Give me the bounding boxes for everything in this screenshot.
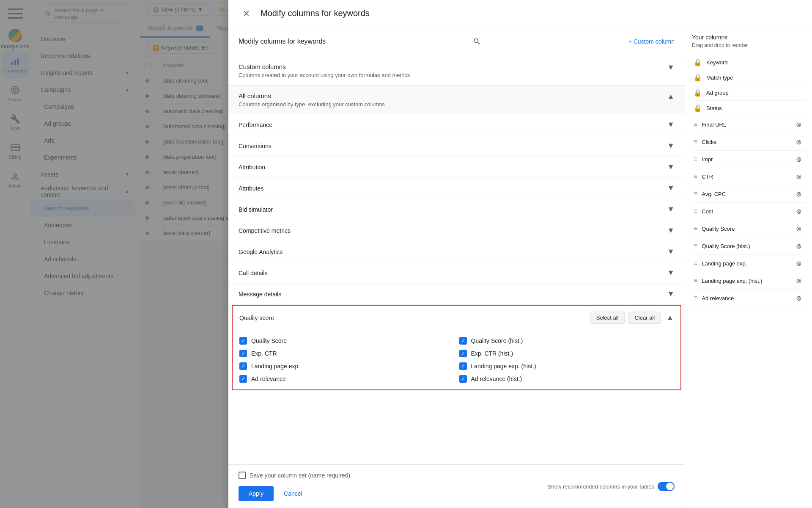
chevron-down-icon-competitive: ▼ xyxy=(667,226,675,235)
save-column-set: Save your column set (name required) xyxy=(239,472,350,479)
chevron-down-icon-message: ▼ xyxy=(667,290,675,298)
remove-clicks-button[interactable]: ⊗ xyxy=(793,137,804,147)
checkbox-exp-ctr-hist[interactable] xyxy=(459,350,467,357)
column-item-landing-page-exp[interactable]: ≡ Landing page exp. ⊗ xyxy=(692,255,805,272)
checkbox-quality-score-hist[interactable] xyxy=(459,337,467,345)
modal-left-panel: Modify columns for keywords + Custom col… xyxy=(228,27,685,508)
remove-ctr-button[interactable]: ⊗ xyxy=(793,171,804,182)
quality-option-landing-page-exp-hist[interactable]: Landing page exp. (hist.) xyxy=(459,362,674,370)
chevron-down-icon-custom: ▼ xyxy=(667,63,675,72)
column-item-clicks[interactable]: ≡ Clicks ⊗ xyxy=(692,133,805,151)
quality-score-option-label: Quality Score xyxy=(251,337,287,344)
apply-button[interactable]: Apply xyxy=(239,486,274,501)
quality-option-ad-relevance[interactable]: Ad relevance xyxy=(239,375,454,383)
remove-cost-button[interactable]: ⊗ xyxy=(793,206,804,216)
modal-panel: ✕ Modify columns for keywords Modify col… xyxy=(228,0,812,508)
column-name-ad-group: Ad group xyxy=(706,90,804,96)
category-bid-simulator[interactable]: Bid simulator ▼ xyxy=(228,199,685,220)
category-message-details-label: Message details xyxy=(239,291,667,298)
chevron-up-icon-all: ▲ xyxy=(667,92,675,101)
chevron-down-icon-call: ▼ xyxy=(667,268,675,277)
quality-option-landing-page-exp[interactable]: Landing page exp. xyxy=(239,362,454,370)
drag-handle-ctr: ≡ xyxy=(694,173,697,180)
column-name-landing-page-exp: Landing page exp. xyxy=(702,260,789,267)
modal-overlay: ✕ Modify columns for keywords Modify col… xyxy=(0,0,812,508)
chevron-down-icon-conversions: ▼ xyxy=(667,141,675,150)
cancel-button[interactable]: Cancel xyxy=(277,486,309,501)
all-columns-header[interactable]: All columns Columns organised by type, e… xyxy=(228,86,685,114)
checkbox-quality-score[interactable] xyxy=(239,337,247,345)
column-name-ctr: CTR xyxy=(702,174,789,180)
remove-landing-page-exp-button[interactable]: ⊗ xyxy=(793,258,804,268)
remove-quality-score-button[interactable]: ⊗ xyxy=(793,224,804,234)
drag-handle-landing-page-exp: ≡ xyxy=(694,260,697,267)
quality-option-quality-score-hist[interactable]: Quality Score (hist.) xyxy=(459,337,674,345)
remove-impr-button[interactable]: ⊗ xyxy=(793,154,804,164)
checkbox-ad-relevance[interactable] xyxy=(239,375,247,383)
column-item-avg-cpc[interactable]: ≡ Avg. CPC ⊗ xyxy=(692,185,805,203)
category-attribution[interactable]: Attribution ▼ xyxy=(228,157,685,178)
custom-columns-header[interactable]: Custom columns Columns created in your a… xyxy=(228,56,685,85)
custom-column-button[interactable]: + Custom column xyxy=(628,38,675,45)
category-competitive-metrics[interactable]: Competitive metrics ▼ xyxy=(228,220,685,241)
custom-columns-desc: Columns created in your account using yo… xyxy=(239,72,667,78)
column-item-ctr[interactable]: ≡ CTR ⊗ xyxy=(692,168,805,185)
column-item-quality-score[interactable]: ≡ Quality Score ⊗ xyxy=(692,220,805,237)
category-call-details[interactable]: Call details ▼ xyxy=(228,262,685,284)
checkbox-landing-page-exp-hist[interactable] xyxy=(459,362,467,370)
column-item-landing-page-exp-hist[interactable]: ≡ Landing page exp. (hist.) ⊗ xyxy=(692,272,805,290)
category-attributes[interactable]: Attributes ▼ xyxy=(228,178,685,199)
clear-all-button[interactable]: Clear all xyxy=(628,312,661,324)
category-conversions-label: Conversions xyxy=(239,143,667,149)
remove-landing-page-exp-hist-button[interactable]: ⊗ xyxy=(793,276,804,286)
lock-icon-ad-group: 🔒 xyxy=(694,89,702,97)
category-conversions[interactable]: Conversions ▼ xyxy=(228,135,685,157)
show-recommended-toggle[interactable] xyxy=(658,482,675,491)
quality-option-ad-relevance-hist[interactable]: Ad relevance (hist.) xyxy=(459,375,674,383)
drag-handle-cost: ≡ xyxy=(694,207,697,215)
chevron-down-icon-attributes: ▼ xyxy=(667,184,675,193)
column-item-keyword: 🔒 Keyword xyxy=(692,55,805,70)
category-google-analytics[interactable]: Google Analytics ▼ xyxy=(228,241,685,262)
category-bid-simulator-label: Bid simulator xyxy=(239,206,667,213)
category-performance[interactable]: Performance ▼ xyxy=(228,114,685,135)
drag-handle-quality-score-hist: ≡ xyxy=(694,242,697,250)
ad-relevance-option-label: Ad relevance xyxy=(251,375,286,382)
drag-handle-avg-cpc: ≡ xyxy=(694,190,697,198)
column-item-match-type: 🔒 Match type xyxy=(692,70,805,86)
column-item-cost[interactable]: ≡ Cost ⊗ xyxy=(692,203,805,220)
drag-handle-final-url: ≡ xyxy=(694,121,697,128)
checkbox-exp-ctr[interactable] xyxy=(239,350,247,357)
category-message-details[interactable]: Message details ▼ xyxy=(228,284,685,305)
column-item-quality-score-hist[interactable]: ≡ Quality Score (hist.) ⊗ xyxy=(692,237,805,255)
landing-page-exp-option-label: Landing page exp. xyxy=(251,363,300,370)
modal-search-button[interactable] xyxy=(469,34,485,49)
lock-icon-status: 🔒 xyxy=(694,104,702,112)
column-name-quality-score-hist: Quality Score (hist.) xyxy=(702,243,789,249)
remove-quality-score-hist-button[interactable]: ⊗ xyxy=(793,241,804,251)
quality-option-exp-ctr[interactable]: Exp. CTR xyxy=(239,350,454,357)
column-item-final-url[interactable]: ≡ Final URL ⊗ xyxy=(692,116,805,133)
column-item-impr[interactable]: ≡ Impr. ⊗ xyxy=(692,151,805,168)
quality-option-quality-score[interactable]: Quality Score xyxy=(239,337,454,345)
landing-page-exp-hist-option-label: Landing page exp. (hist.) xyxy=(471,363,536,370)
remove-ad-relevance-button[interactable]: ⊗ xyxy=(793,293,804,303)
modal-close-button[interactable]: ✕ xyxy=(239,6,254,21)
column-name-quality-score: Quality Score xyxy=(702,226,789,232)
checkbox-ad-relevance-hist[interactable] xyxy=(459,375,467,383)
remove-avg-cpc-button[interactable]: ⊗ xyxy=(793,189,804,199)
quality-option-exp-ctr-hist[interactable]: Exp. CTR (hist.) xyxy=(459,350,674,357)
select-all-button[interactable]: Select all xyxy=(590,312,625,324)
all-columns-info: All columns Columns organised by type, e… xyxy=(239,92,667,108)
save-column-checkbox[interactable] xyxy=(239,472,246,479)
remove-final-url-button[interactable]: ⊗ xyxy=(793,119,804,130)
custom-columns-title: Custom columns xyxy=(239,63,667,70)
column-name-status: Status xyxy=(706,105,804,111)
column-item-ad-relevance[interactable]: ≡ Ad relevance ⊗ xyxy=(692,290,805,307)
modal-footer: Save your column set (name required) App… xyxy=(228,464,685,508)
chevron-up-icon-quality[interactable]: ▲ xyxy=(666,313,674,322)
quality-score-title: Quality score xyxy=(239,315,590,321)
column-name-avg-cpc: Avg. CPC xyxy=(702,191,789,197)
drag-handle-clicks: ≡ xyxy=(694,138,697,146)
checkbox-landing-page-exp[interactable] xyxy=(239,362,247,370)
